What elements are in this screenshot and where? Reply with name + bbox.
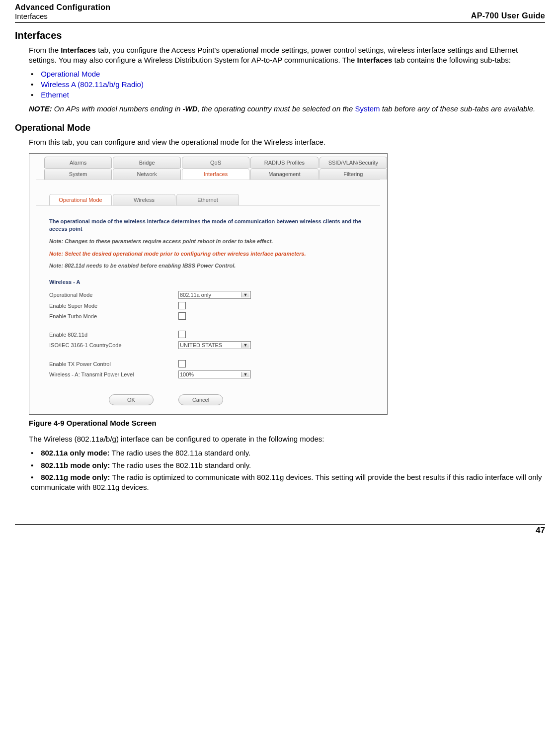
header-guide-title: AP-700 User Guide — [471, 11, 545, 20]
select-country-code[interactable]: UNITED STATES ▼ — [178, 341, 251, 349]
mode-80211a-only-text: The radio uses the 802.11a standard only… — [110, 449, 251, 457]
select-value: 802.11a only — [180, 292, 211, 298]
post-figure-intro: The Wireless (802.11a/b/g) interface can… — [29, 434, 542, 444]
row-enable-80211d: Enable 802.11d — [49, 331, 367, 338]
cancel-button[interactable]: Cancel — [178, 394, 223, 405]
select-value: UNITED STATES — [180, 342, 222, 348]
subtab-link-list: • Operational Mode • Wireless A (802.11a… — [31, 70, 542, 99]
mode-80211g-only-label: 802.11g mode only: — [41, 473, 110, 481]
page-number: 47 — [536, 526, 545, 535]
list-item: • 802.11g mode only: The radio is optimi… — [31, 472, 542, 493]
row-enable-turbo-mode: Enable Turbo Mode — [49, 312, 367, 320]
intro-bold-interfaces-2: Interfaces — [357, 56, 393, 64]
link-ethernet[interactable]: Ethernet — [41, 91, 69, 99]
tab-radius-profiles[interactable]: RADIUS Profiles — [250, 157, 318, 168]
checkbox-enable-80211d[interactable] — [178, 331, 186, 338]
intro-bold-interfaces-1: Interfaces — [61, 46, 96, 54]
link-operational-mode[interactable]: Operational Mode — [41, 70, 100, 78]
figure-caption: Figure 4-9 Operational Mode Screen — [29, 419, 542, 427]
panel-description: The operational mode of the wireless int… — [49, 218, 367, 233]
tab-bridge[interactable]: Bridge — [113, 157, 180, 168]
tab-network[interactable]: Network — [113, 168, 180, 180]
ok-button[interactable]: OK — [109, 394, 154, 405]
list-item: • Operational Mode — [31, 70, 542, 78]
note-text-b: , the operating country must be selected… — [198, 104, 355, 113]
link-wireless-a[interactable]: Wireless A (802.11a/b/g Radio) — [41, 80, 144, 89]
chevron-down-icon: ▼ — [241, 372, 249, 377]
tab-interfaces[interactable]: Interfaces — [182, 168, 249, 180]
subtab-operational-mode[interactable]: Operational Mode — [49, 194, 112, 205]
subsection-title-operational-mode: Operational Mode — [15, 123, 545, 133]
panel-note-select-mode: Note: Select the desired operational mod… — [49, 250, 367, 258]
header-left: Advanced Configuration Interfaces — [15, 3, 110, 20]
label-enable-turbo-mode: Enable Turbo Mode — [49, 313, 178, 319]
main-tab-row-2: System Network Interfaces Management Fil… — [29, 168, 387, 180]
note-text-a: On APs with model numbers ending in — [54, 104, 183, 113]
mode-80211a-only-label: 802.11a only mode: — [41, 449, 109, 457]
header-chapter: Advanced Configuration — [15, 3, 110, 12]
tab-management[interactable]: Management — [250, 168, 318, 180]
panel-note-80211d: Note: 802.11d needs to be enabled before… — [49, 262, 367, 270]
intro-text-c: tab contains the following sub-tabs: — [392, 56, 510, 64]
button-row: OK Cancel — [49, 381, 367, 405]
select-tx-power-level[interactable]: 100% ▼ — [178, 370, 251, 378]
note-wd: -WD — [183, 104, 198, 113]
mode-80211b-only-text: The radio uses the 802.11b standard only… — [110, 461, 251, 469]
note-block: NOTE: On APs with model numbers ending i… — [29, 104, 542, 114]
bullet-icon: • — [31, 448, 39, 458]
bullet-icon: • — [31, 91, 39, 99]
label-tx-power-level: Wireless - A: Transmit Power Level — [49, 371, 178, 377]
row-enable-super-mode: Enable Super Mode — [49, 302, 367, 309]
subsection-intro: From this tab, you can configure and vie… — [29, 137, 542, 147]
checkbox-enable-tx-power[interactable] — [178, 360, 186, 367]
modes-list: • 802.11a only mode: The radio uses the … — [31, 448, 542, 492]
note-label: NOTE: — [29, 104, 52, 113]
mode-80211b-only-label: 802.11b mode only: — [41, 461, 110, 469]
select-operational-mode[interactable]: 802.11a only ▼ — [178, 291, 251, 299]
tab-qos[interactable]: QoS — [182, 157, 249, 168]
page-header: Advanced Configuration Interfaces AP-700… — [15, 3, 545, 23]
panel-note-reboot: Note: Changes to these parameters requir… — [49, 238, 367, 245]
tab-filtering[interactable]: Filtering — [320, 168, 387, 180]
chevron-down-icon: ▼ — [241, 292, 249, 297]
screenshot-operational-mode: Alarms Bridge QoS RADIUS Profiles SSID/V… — [29, 153, 388, 415]
subtab-wireless[interactable]: Wireless — [113, 194, 175, 205]
list-item: • 802.11b mode only: The radio uses the … — [31, 460, 542, 470]
note-text-c: tab before any of these sub-tabs are ava… — [380, 104, 535, 113]
label-enable-tx-power: Enable TX Power Control — [49, 361, 178, 367]
bullet-icon: • — [31, 460, 39, 470]
label-enable-super-mode: Enable Super Mode — [49, 303, 178, 309]
label-operational-mode: Operational Mode — [49, 292, 178, 298]
checkbox-enable-super-mode[interactable] — [178, 302, 186, 309]
chevron-down-icon: ▼ — [241, 343, 249, 348]
list-item: • 802.11a only mode: The radio uses the … — [31, 448, 542, 458]
label-country-code: ISO/IEC 3166-1 CountryCode — [49, 342, 178, 348]
select-value: 100% — [180, 371, 194, 377]
bullet-icon: • — [31, 80, 39, 89]
page-footer: 47 — [15, 524, 545, 536]
link-system-tab[interactable]: System — [355, 104, 380, 113]
bullet-icon: • — [31, 70, 39, 78]
checkbox-enable-turbo-mode[interactable] — [178, 312, 186, 320]
row-enable-tx-power: Enable TX Power Control — [49, 360, 367, 367]
subtab-ethernet[interactable]: Ethernet — [176, 194, 239, 205]
sub-tab-row: Operational Mode Wireless Ethernet — [29, 185, 387, 205]
row-country-code: ISO/IEC 3166-1 CountryCode UNITED STATES… — [49, 341, 367, 349]
list-item: • Wireless A (802.11a/b/g Radio) — [31, 80, 542, 89]
row-tx-power-level: Wireless - A: Transmit Power Level 100% … — [49, 370, 367, 378]
label-enable-80211d: Enable 802.11d — [49, 332, 178, 338]
tab-alarms[interactable]: Alarms — [44, 157, 112, 168]
tab-system[interactable]: System — [44, 168, 112, 180]
operational-mode-panel: The operational mode of the wireless int… — [36, 205, 380, 414]
bullet-icon: • — [31, 472, 39, 482]
intro-paragraph: From the Interfaces tab, you configure t… — [29, 45, 542, 66]
intro-text-a: From the — [29, 46, 61, 54]
tab-ssid-vlan-security[interactable]: SSID/VLAN/Security — [320, 157, 387, 168]
panel-section-wireless-a: Wireless - A — [49, 278, 367, 286]
main-tab-row-1: Alarms Bridge QoS RADIUS Profiles SSID/V… — [29, 154, 387, 168]
header-section: Interfaces — [15, 12, 110, 20]
section-title-interfaces: Interfaces — [15, 30, 545, 41]
row-operational-mode: Operational Mode 802.11a only ▼ — [49, 291, 367, 299]
list-item: • Ethernet — [31, 91, 542, 99]
